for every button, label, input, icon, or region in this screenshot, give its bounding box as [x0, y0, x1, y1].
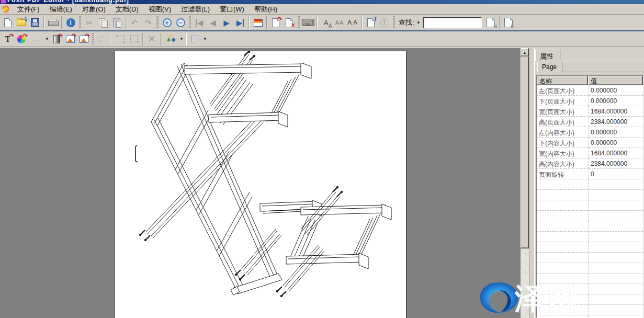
undo-button[interactable]: ↶ — [128, 16, 141, 29]
text-circle-icon: T — [380, 18, 389, 27]
table-row[interactable]: 左(页面大小) 0.000000 — [537, 85, 643, 96]
page-thumbnails-button[interactable] — [251, 16, 265, 29]
first-page-button[interactable]: ◀ — [193, 16, 206, 29]
table-row[interactable]: 宽(页面大小) 1684.000000 — [537, 106, 643, 117]
table-row[interactable]: 高(内容大小) 2384.000000 — [537, 158, 643, 169]
menu-object[interactable]: 对象(O) — [78, 4, 109, 15]
delete-object-button[interactable]: ✕ — [145, 32, 159, 46]
menu-filter[interactable]: 过滤器(L) — [177, 4, 213, 15]
empty-row — [537, 274, 643, 284]
empty-row — [537, 294, 643, 305]
menu-edit[interactable]: 编辑(E) — [46, 4, 76, 15]
prev-page-button[interactable]: ◀ — [206, 16, 220, 29]
toolbar-drag-handle[interactable] — [92, 33, 94, 46]
redo-button[interactable]: ↷ — [141, 16, 155, 29]
menu-help[interactable]: 帮助(H) — [251, 4, 281, 15]
zoom-in-button[interactable]: + — [160, 16, 174, 29]
toolbar-drag-handle[interactable] — [298, 16, 300, 29]
open-button[interactable]: ⤵ — [15, 16, 28, 29]
table-row[interactable]: 页面旋转 0 — [537, 169, 643, 179]
toolbar-drag-handle[interactable] — [189, 16, 191, 29]
add-image-button[interactable]: ↷ — [77, 32, 91, 46]
prop-value: 2384.000000 — [588, 158, 643, 168]
rotate-left-object-button[interactable] — [114, 32, 127, 46]
copy-button[interactable] — [96, 16, 110, 29]
empty-row — [537, 221, 643, 232]
insert-shapes-button[interactable]: ▲ ● ◆ — [163, 32, 178, 46]
char-spacing-button[interactable]: AA — [346, 16, 360, 29]
find-next-button[interactable]: ▶ — [502, 16, 515, 29]
table-row[interactable]: 左(内容大小) 0.000000 — [537, 127, 643, 138]
menu-bar: 文件(F) 编辑(E) 对象(O) 文档(D) 视图(V) 过滤器(L) 窗口(… — [0, 4, 644, 15]
prop-value: 1684.000000 — [588, 148, 643, 158]
rotate-page-button[interactable]: ↷ — [269, 16, 283, 29]
shapes-dropdown[interactable]: ▼ — [178, 33, 184, 45]
keyboard-button[interactable]: ⌨ — [301, 16, 315, 29]
transform-left-icon — [117, 36, 125, 42]
edit-path-button[interactable] — [96, 32, 109, 46]
delete-page-button[interactable]: ✕ — [283, 16, 296, 29]
zoom-out-button[interactable]: − — [174, 16, 187, 29]
watermark-logo — [478, 281, 520, 315]
pdf-page[interactable] — [114, 51, 406, 318]
add-text-button[interactable]: T — [364, 16, 378, 29]
cut-button[interactable]: ✂ — [83, 16, 96, 29]
vertical-scrollbar[interactable]: ▲ — [521, 48, 529, 318]
new-document-button[interactable] — [1, 16, 15, 29]
text-circle-button[interactable]: T — [378, 16, 391, 29]
table-row[interactable]: 高(页面大小) 2384.000000 — [537, 117, 643, 127]
next-page-button[interactable]: ▶ — [220, 16, 233, 29]
chevron-down-icon: ▼ — [416, 20, 421, 25]
toolbar-drag-handle[interactable] — [79, 16, 81, 29]
paste-button[interactable] — [110, 16, 123, 29]
prop-name: 宽(页面大小) — [537, 106, 588, 116]
zoom-in-icon: + — [163, 18, 172, 27]
find-dropdown-button[interactable]: ▼ — [415, 17, 421, 28]
find-previous-button[interactable]: ◀ — [484, 16, 498, 29]
scroll-up-button[interactable]: ▲ — [521, 48, 529, 56]
edit-image-button[interactable]: ↷ — [63, 32, 77, 46]
chevron-down-icon: ▼ — [179, 37, 184, 41]
toolbar-standard: ⤵ i ✂ ↶ ↷ + − ◀ ◀ ▶ ▶ ↷ ✕ ⌨ AA AA AA T T… — [0, 15, 644, 31]
align-objects-button[interactable] — [188, 32, 202, 46]
line-tool-dropdown[interactable]: ▼ — [44, 33, 50, 45]
prev-page-icon: ◀ — [210, 19, 216, 27]
panel-splitter[interactable] — [529, 48, 535, 318]
new-document-icon — [4, 18, 12, 27]
toolbar-drag-handle[interactable] — [393, 16, 395, 29]
empty-row — [537, 232, 643, 242]
align-dropdown[interactable]: ▼ — [202, 33, 208, 45]
add-text-object-button[interactable]: T↷ — [1, 32, 15, 46]
toolbar-drag-handle[interactable] — [156, 16, 159, 29]
table-row[interactable]: 下(内容大小) 0.000000 — [537, 138, 643, 148]
tab-page[interactable]: Page — [537, 62, 562, 72]
menu-window[interactable]: 窗口(W) — [216, 4, 248, 15]
menu-view[interactable]: 视图(V) — [145, 4, 175, 15]
add-color-object-button[interactable]: ↷ — [15, 32, 28, 46]
menu-file[interactable]: 文件(F) — [14, 4, 43, 15]
scrollbar-thumb[interactable] — [521, 56, 529, 248]
find-input[interactable] — [423, 17, 482, 28]
column-header-value[interactable]: 值 — [588, 76, 643, 85]
line-icon: — — [32, 35, 40, 43]
document-canvas[interactable] — [0, 48, 521, 318]
add-shading-button[interactable]: ↷ — [50, 32, 63, 46]
chevron-down-icon: ▼ — [45, 37, 49, 41]
column-header-name[interactable]: 名称 — [537, 76, 588, 85]
table-row[interactable]: 宽(内容大小) 1684.000000 — [537, 148, 643, 158]
print-button[interactable] — [46, 16, 60, 29]
rotate-right-object-button[interactable] — [127, 32, 141, 46]
table-row[interactable]: 下(页面大小) 0.000000 — [537, 96, 643, 106]
menu-document[interactable]: 文档(D) — [112, 4, 142, 15]
foxit-quill-icon — [1, 5, 12, 14]
save-button[interactable] — [28, 16, 42, 29]
char-narrow-button[interactable]: AA — [333, 16, 346, 29]
prop-name: 高(内容大小) — [537, 158, 588, 168]
document-info-button[interactable]: i — [64, 16, 77, 29]
last-page-button[interactable]: ▶ — [233, 16, 247, 29]
tab-properties[interactable]: 属性 — [535, 50, 560, 61]
properties-table: 名称 值 左(页面大小) 0.000000 下(页面大小) 0.000000 宽… — [536, 75, 643, 318]
line-tool-button[interactable]: — — [28, 32, 44, 46]
properties-panel: 属性 Page 名称 值 左(页面大小) 0.000000 下(页面大小) 0.… — [535, 48, 644, 318]
font-replace-button[interactable]: AA — [319, 16, 333, 29]
